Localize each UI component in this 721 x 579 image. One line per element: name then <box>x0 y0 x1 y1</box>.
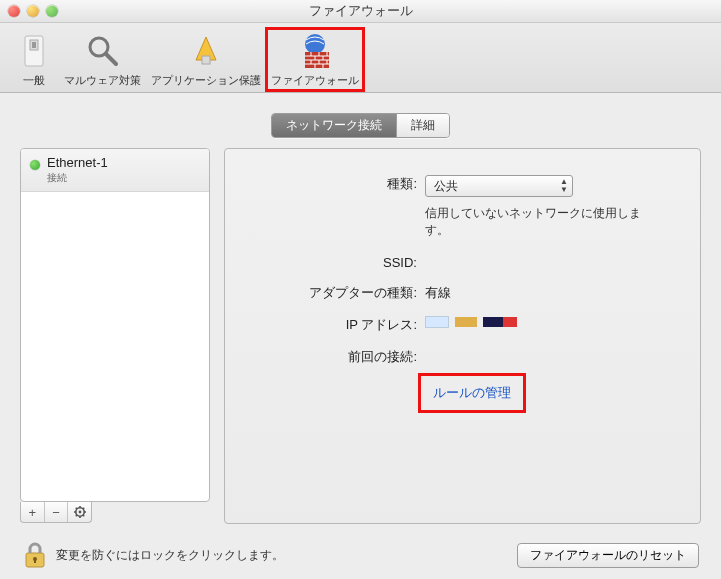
reset-firewall-button[interactable]: ファイアウォールのリセット <box>517 543 699 568</box>
ssid-label: SSID: <box>247 255 425 270</box>
svg-line-27 <box>75 508 76 509</box>
toolbar-item-general[interactable]: 一般 <box>10 29 58 90</box>
minus-icon: − <box>52 505 60 520</box>
ip-address-value <box>425 316 517 328</box>
type-select-value: 公共 <box>434 178 458 195</box>
last-connection-label: 前回の接続: <box>247 348 425 366</box>
content: ネットワーク接続 詳細 Ethernet-1 接続 + − <box>0 93 721 524</box>
list-settings-button[interactable] <box>68 502 91 522</box>
add-connection-button[interactable]: + <box>21 502 45 522</box>
ip-chip <box>455 317 477 327</box>
svg-line-29 <box>82 508 83 509</box>
toolbar-item-app-protect[interactable]: アプリケーション保護 <box>147 29 265 90</box>
svg-rect-33 <box>34 559 36 563</box>
type-description: 信用していないネットワークに使用します。 <box>425 205 645 239</box>
firewall-prefs-window: ファイアウォール 一般 マルウェア対策 アプリケーション保護 <box>0 0 721 579</box>
plus-icon: + <box>29 505 37 520</box>
app-icon <box>186 31 226 71</box>
gear-icon <box>74 506 86 518</box>
status-dot-icon <box>30 160 40 170</box>
type-label: 種類: <box>247 175 425 193</box>
toolbar-item-antimalware[interactable]: マルウェア対策 <box>60 29 145 90</box>
svg-point-22 <box>78 511 81 514</box>
firewall-icon <box>295 31 335 71</box>
switch-icon <box>14 31 54 71</box>
remove-connection-button[interactable]: − <box>45 502 69 522</box>
adapter-value: 有線 <box>425 284 678 302</box>
ip-label: IP アドレス: <box>247 316 425 334</box>
connections-panel: Ethernet-1 接続 + − <box>20 148 210 524</box>
detail-panel: 種類: 公共 ▲▼ 信用していないネットワークに使用します。 SSID: アダプ… <box>224 148 701 524</box>
connection-name: Ethernet-1 <box>47 155 201 170</box>
ip-chip <box>483 317 517 327</box>
toolbar-label: ファイアウォール <box>271 73 359 88</box>
type-select[interactable]: 公共 ▲▼ <box>425 175 573 197</box>
lock-icon[interactable] <box>22 541 48 569</box>
tab-network-connections[interactable]: ネットワーク接続 <box>272 114 397 137</box>
svg-line-30 <box>75 515 76 516</box>
svg-line-4 <box>106 54 116 64</box>
magnifier-icon <box>83 31 123 71</box>
tab-advanced[interactable]: 詳細 <box>397 114 449 137</box>
window-title: ファイアウォール <box>0 2 721 20</box>
toolbar-label: 一般 <box>23 73 45 88</box>
connections-list[interactable]: Ethernet-1 接続 <box>20 148 210 502</box>
svg-rect-2 <box>32 42 36 48</box>
toolbar-label: マルウェア対策 <box>64 73 141 88</box>
updown-arrows-icon: ▲▼ <box>560 178 568 194</box>
toolbar-label: アプリケーション保護 <box>151 73 261 88</box>
svg-rect-5 <box>202 56 210 64</box>
ip-chip <box>425 316 449 328</box>
tab-control: ネットワーク接続 詳細 <box>20 113 701 138</box>
toolbar-item-firewall[interactable]: ファイアウォール <box>267 29 363 90</box>
pref-toolbar: 一般 マルウェア対策 アプリケーション保護 <box>0 23 721 93</box>
connection-status: 接続 <box>47 171 201 185</box>
adapter-label: アダプターの種類: <box>247 284 425 302</box>
titlebar: ファイアウォール <box>0 0 721 23</box>
svg-line-28 <box>82 515 83 516</box>
manage-rules-link[interactable]: ルールの管理 <box>433 385 511 400</box>
list-controls: + − <box>20 502 92 523</box>
list-item[interactable]: Ethernet-1 接続 <box>21 149 209 192</box>
lock-text: 変更を防ぐにはロックをクリックします。 <box>56 547 284 564</box>
footer: 変更を防ぐにはロックをクリックします。 ファイアウォールのリセット <box>0 541 721 569</box>
